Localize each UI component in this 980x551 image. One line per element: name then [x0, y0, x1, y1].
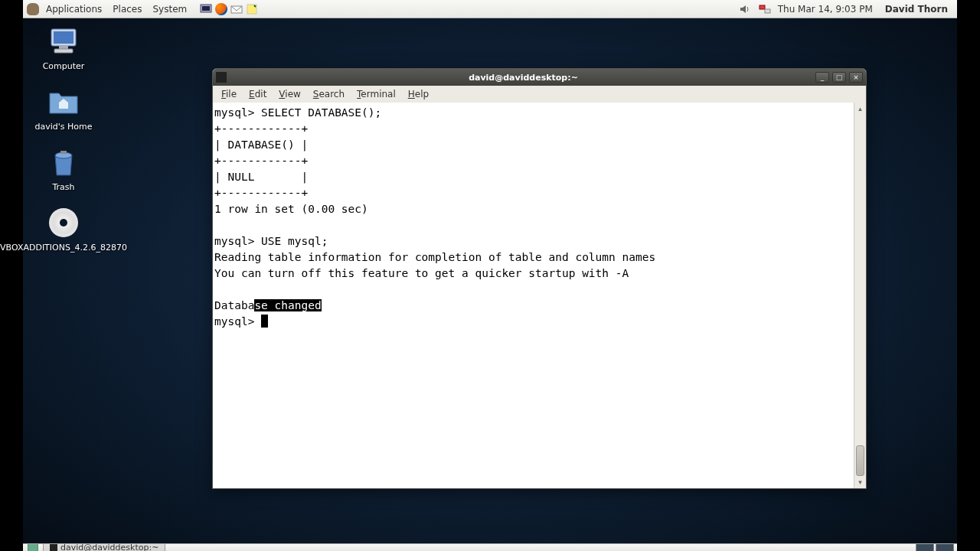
close-button[interactable]: × — [849, 72, 863, 83]
desktop-icon-label: Computer — [43, 61, 85, 71]
selected-text: se changed — [254, 299, 321, 311]
bottom-panel: david@daviddesktop:~ — [23, 543, 957, 551]
svg-rect-12 — [28, 543, 38, 551]
window-title: david@daviddesktop:~ — [231, 73, 815, 83]
workspace-switcher[interactable] — [916, 543, 954, 551]
svg-rect-8 — [59, 46, 68, 49]
top-panel: Applications Places System Thu Mar 14, 9… — [23, 0, 957, 18]
cd-icon — [49, 208, 78, 237]
mail-icon[interactable] — [230, 2, 243, 16]
desktop-icon-label: VBOXADDITIONS_4.2.6_82870 — [0, 243, 127, 253]
desktop-icon-home[interactable]: david's Home — [29, 85, 98, 132]
scroll-up-icon[interactable]: ▴ — [854, 103, 866, 115]
desktop-icon-label: david's Home — [34, 122, 92, 132]
show-desktop-icon[interactable] — [26, 543, 40, 551]
menu-search[interactable]: Search — [308, 87, 350, 101]
terminal-output[interactable]: mysql> SELECT DATABASE(); +------------+… — [213, 103, 854, 488]
menu-edit[interactable]: Edit — [243, 87, 272, 101]
menu-help[interactable]: Help — [403, 87, 434, 101]
network-icon[interactable] — [758, 2, 772, 16]
svg-rect-7 — [54, 31, 74, 44]
desktop-icon-trash[interactable]: Trash — [29, 145, 98, 192]
gnome-menu-icon[interactable] — [26, 2, 40, 16]
applications-menu[interactable]: Applications — [41, 2, 106, 16]
taskbar-item-terminal[interactable]: david@daviddesktop:~ — [43, 543, 165, 551]
minimize-button[interactable]: _ — [815, 72, 829, 83]
system-menu[interactable]: System — [148, 2, 191, 16]
menu-file[interactable]: File — [216, 87, 242, 101]
scrollbar[interactable]: ▴▾ — [854, 103, 866, 488]
desktop[interactable]: Applications Places System Thu Mar 14, 9… — [23, 0, 957, 551]
terminal-window: david@daviddesktop:~ _ □ × File Edit Vie… — [212, 68, 867, 489]
svg-rect-4 — [760, 5, 765, 9]
screenshot-icon[interactable] — [199, 2, 213, 16]
scroll-thumb[interactable] — [856, 445, 864, 476]
terminal-icon — [216, 72, 227, 83]
terminal-cursor — [261, 315, 268, 328]
user-menu[interactable]: David Thorn — [879, 4, 954, 15]
desktop-icon-vbox[interactable]: VBOXADDITIONS_4.2.6_82870 — [29, 206, 98, 253]
menubar: File Edit View Search Terminal Help — [213, 86, 866, 103]
maximize-button[interactable]: □ — [832, 72, 846, 83]
scroll-down-icon[interactable]: ▾ — [854, 476, 866, 488]
svg-rect-9 — [54, 49, 73, 53]
notes-icon[interactable] — [245, 2, 259, 16]
desktop-icon-label: Trash — [52, 182, 74, 192]
titlebar[interactable]: david@daviddesktop:~ _ □ × — [213, 69, 866, 86]
svg-rect-11 — [60, 151, 67, 154]
desktop-icon-computer[interactable]: Computer — [29, 24, 98, 71]
svg-rect-1 — [202, 6, 210, 11]
menu-view[interactable]: View — [273, 87, 305, 101]
clock[interactable]: Thu Mar 14, 9:03 PM — [778, 4, 873, 15]
menu-terminal[interactable]: Terminal — [351, 87, 401, 101]
firefox-icon[interactable] — [214, 2, 228, 16]
svg-rect-5 — [765, 9, 770, 13]
volume-icon[interactable] — [738, 2, 752, 16]
places-menu[interactable]: Places — [108, 2, 146, 16]
